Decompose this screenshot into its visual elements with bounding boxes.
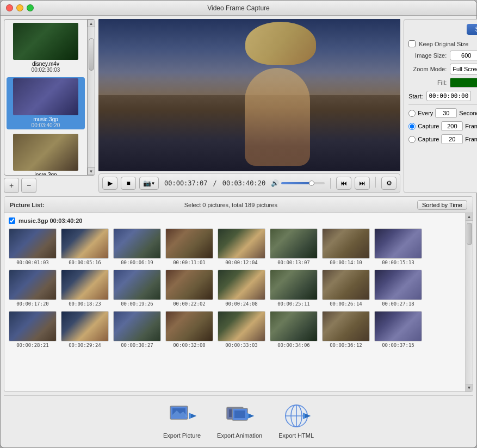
grid-scroll-up[interactable]: ▲ <box>466 213 473 221</box>
keep-original-checkbox[interactable] <box>408 40 416 47</box>
grid-thumb-15[interactable]: 00:00:26:14 <box>322 270 370 307</box>
grid-thumb-10[interactable]: 00:00:18:23 <box>61 270 109 307</box>
grid-thumb-6[interactable]: 00:00:13:07 <box>270 228 318 265</box>
grid-thumb-3[interactable]: 00:00:06:19 <box>113 228 161 265</box>
play-button[interactable]: ▶ <box>102 177 117 190</box>
grid-thumb-7[interactable]: 00:00:14:10 <box>322 228 370 265</box>
zoom-mode-label: Zoom Mode: <box>408 66 447 72</box>
capture-button[interactable]: 📷 ▼ <box>139 177 159 190</box>
grid-thumb-20[interactable]: 00:00:32:00 <box>165 311 213 348</box>
export-html-button[interactable]: Export HTML <box>278 402 314 439</box>
grid-thumb-4[interactable]: 00:00:11:01 <box>165 228 213 265</box>
grid-thumb-11[interactable]: 00:00:19:26 <box>113 270 161 307</box>
export-html-icon <box>282 402 311 430</box>
capture-section: Every Second ▼ Extract 1 Frame Capture F… <box>408 104 477 144</box>
remove-icon: − <box>27 181 31 190</box>
grid-thumb-22[interactable]: 00:00:34:06 <box>270 311 318 348</box>
grid-scroll-thumb[interactable] <box>467 223 472 245</box>
setting-button[interactable]: Setting <box>467 24 477 35</box>
file-item-disney[interactable]: disney.m4v 00:02:30:03 <box>7 22 85 74</box>
capture-random-input[interactable] <box>441 134 463 144</box>
grid-thumb-5[interactable]: 00:00:12:04 <box>218 228 265 265</box>
scrollbar-thumb[interactable] <box>89 38 94 71</box>
export-html-label: Export HTML <box>278 432 314 439</box>
grid-scroll-down[interactable]: ▼ <box>466 384 473 391</box>
every-value-input[interactable] <box>435 108 457 118</box>
grid-thumb-13[interactable]: 00:00:24:08 <box>218 270 265 307</box>
grid-thumb-21[interactable]: 00:00:33:03 <box>218 311 265 348</box>
grid-thumb-9[interactable]: 00:00:17:20 <box>9 270 57 307</box>
minimize-button[interactable] <box>16 4 23 11</box>
grid-thumb-14[interactable]: 00:00:25:11 <box>270 270 318 307</box>
grid-img-7 <box>322 228 370 259</box>
export-picture-icon <box>168 402 196 430</box>
export-bar: Export Picture Export Animation <box>4 395 473 444</box>
grid-img-18 <box>61 311 109 341</box>
time-separator: / <box>213 179 216 187</box>
image-width-input[interactable] <box>450 51 477 60</box>
file-thumb-music <box>13 78 78 115</box>
export-picture-button[interactable]: Export Picture <box>163 402 201 439</box>
grid-row-3: 00:00:28:21 00:00:29:24 00:00:30:27 <box>9 311 461 348</box>
grid-thumb-19[interactable]: 00:00:30:27 <box>113 311 161 348</box>
capture-avg-input[interactable] <box>441 121 463 131</box>
add-file-button[interactable]: + <box>4 178 19 193</box>
grid-thumb-2[interactable]: 00:00:05:16 <box>61 228 109 265</box>
export-animation-button[interactable]: Export Animation <box>217 402 262 439</box>
grid-img-8 <box>374 228 422 259</box>
prev-frame-button[interactable]: ⏮ <box>336 177 351 190</box>
capture2-label: Capture <box>418 136 439 142</box>
fill-color-picker[interactable] <box>450 78 477 88</box>
grid-thumb-12[interactable]: 00:00:22:02 <box>165 270 213 307</box>
grid-img-12 <box>165 270 213 300</box>
video-hair <box>245 22 316 65</box>
file-item-music[interactable]: music.3gp 00:03:40:20 <box>7 77 85 129</box>
volume-slider-knob[interactable] <box>309 181 314 186</box>
capture1-label: Capture <box>418 123 439 129</box>
next-frame-button[interactable]: ⏭ <box>355 177 370 190</box>
grid-thumb-1[interactable]: 00:00:01:03 <box>9 228 57 265</box>
svg-rect-8 <box>234 410 245 418</box>
grid-img-10 <box>61 270 109 300</box>
start-label: Start: <box>408 93 423 99</box>
total-time-display: 00:03:40:20 <box>222 179 265 187</box>
grid-thumb-23[interactable]: 00:00:36:12 <box>322 311 370 348</box>
grid-rows: 00:00:01:03 00:00:05:16 00:00:06:19 <box>9 228 461 348</box>
scrollbar-down-arrow[interactable]: ▼ <box>88 167 95 175</box>
grid-thumb-24[interactable]: 00:00:37:15 <box>374 311 422 348</box>
grid-thumb-8[interactable]: 00:00:15:13 <box>374 228 422 265</box>
grid-time-5: 00:00:12:04 <box>225 260 258 265</box>
grid-time-6: 00:00:13:07 <box>277 260 310 265</box>
grid-row-1: 00:00:01:03 00:00:05:16 00:00:06:19 <box>9 228 461 265</box>
picture-list-section: Picture List: Select 0 pictures, total 1… <box>4 196 473 392</box>
close-button[interactable] <box>6 4 13 11</box>
export-picture-svg <box>168 402 196 430</box>
file-duration-disney: 00:02:30:03 <box>32 67 60 73</box>
remove-file-button[interactable]: − <box>21 178 36 193</box>
grid-thumb-17[interactable]: 00:00:28:21 <box>9 311 57 348</box>
file-item-incre[interactable]: incre.3gp 00:01:37:12 <box>7 133 85 175</box>
sort-button[interactable]: Sorted by Time <box>417 200 467 210</box>
stop-button[interactable]: ■ <box>121 177 136 190</box>
scrollbar-up-arrow[interactable]: ▲ <box>88 20 95 27</box>
export-animation-icon <box>226 402 254 430</box>
grid-thumb-16[interactable]: 00:00:27:18 <box>374 270 422 307</box>
volume-slider-track[interactable] <box>281 182 325 184</box>
separator-2 <box>375 177 376 188</box>
add-icon: + <box>9 181 14 190</box>
grid-row-2: 00:00:17:20 00:00:18:23 00:00:19:26 <box>9 270 461 307</box>
window-title: Video Frame Capture <box>207 4 270 12</box>
file-list-scrollbar[interactable]: ▲ ▼ <box>87 20 95 175</box>
settings-panel: Setting Keep Original Size Image Size: X… <box>404 19 477 193</box>
picture-list-label: Picture List: <box>10 202 45 208</box>
maximize-button[interactable] <box>27 4 34 11</box>
grid-scroll-track[interactable] <box>466 221 473 384</box>
every-frame-radio[interactable] <box>408 110 416 117</box>
grid-file-checkbox[interactable] <box>9 217 15 224</box>
settings-extra-button[interactable]: ⚙ <box>381 177 397 190</box>
capture-avg-radio[interactable] <box>408 123 416 130</box>
capture-random-radio[interactable] <box>408 136 416 143</box>
picture-grid-scrollbar[interactable]: ▲ ▼ <box>465 213 473 391</box>
grid-thumb-18[interactable]: 00:00:29:24 <box>61 311 109 348</box>
zoom-mode-select[interactable]: Full Screen ▼ <box>450 64 477 74</box>
